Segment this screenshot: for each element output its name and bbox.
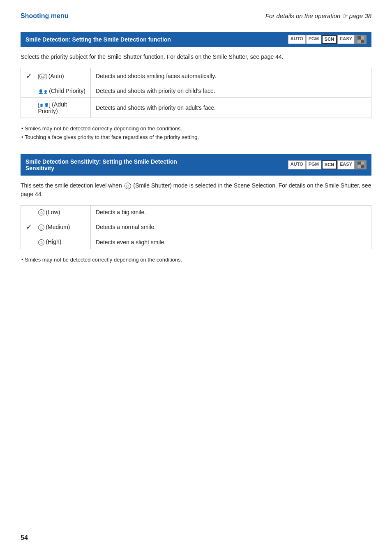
table-row: ✓ [☺] (Auto) Detects and shoots smiling … <box>21 68 371 84</box>
section2-description: This sets the smile detection level when… <box>21 181 371 199</box>
badge-auto: AUTO <box>288 35 306 44</box>
table-row: [ 👤👤 ] (Adult Priority) Detects and shoo… <box>21 98 371 118</box>
desc-cell: Detects a normal smile. <box>91 219 371 235</box>
badge-scn: SCN <box>322 35 337 44</box>
high-smile-icon: ☺ <box>38 239 44 245</box>
smile-shutter-icon: ☺ <box>125 183 131 189</box>
page-header: Shooting menu For details on the operati… <box>21 12 371 20</box>
check-cell <box>21 84 33 98</box>
check-cell <box>21 98 33 118</box>
icon-cell: 👤👤 (Child Priority) <box>33 84 91 98</box>
note-item: • Smiles may not be detected correctly d… <box>21 125 371 133</box>
page-number: 54 <box>21 534 28 542</box>
icon-cell: ☺ (Medium) <box>33 219 91 235</box>
medium-smile-icon: ☺ <box>38 225 44 231</box>
icon-cell: [ 👤👤 ] (Adult Priority) <box>33 98 91 118</box>
section1-notes: • Smiles may not be detected correctly d… <box>21 125 371 142</box>
section2-badges: AUTO PGM SCN EASY <box>288 160 367 169</box>
desc-cell: Detects a big smile. <box>91 205 371 219</box>
badge-easy: EASY <box>337 160 355 169</box>
child-priority-icon: 👤👤 <box>38 88 49 94</box>
table-row: 👤👤 (Child Priority) Detects and shoots w… <box>21 84 371 98</box>
section2-title-block: Smile Detection Sensitivity: Setting the… <box>25 158 177 171</box>
table-row: ✓ ☺ (Medium) Detects a normal smile. <box>21 219 371 235</box>
desc-cell: Detects and shoots with priority on chil… <box>91 84 371 98</box>
section1-header: Smile Detection: Setting the Smile Detec… <box>21 32 371 47</box>
badge-scn: SCN <box>322 160 337 169</box>
section2-table: ☺ (Low) Detects a big smile. ✓ ☺ (Medium… <box>21 205 371 250</box>
check-cell <box>21 205 33 219</box>
note-item: • Touching a face gives priority to that… <box>21 133 371 142</box>
section1-table: ✓ [☺] (Auto) Detects and shoots smiling … <box>21 68 371 118</box>
badge-pgm: PGM <box>306 35 321 44</box>
note-item: • Smiles may not be detected correctly d… <box>21 256 371 264</box>
section1-description: Selects the priority subject for the Smi… <box>21 53 371 61</box>
badge-auto: AUTO <box>288 160 306 169</box>
auto-face-icon: [☺] <box>38 73 47 79</box>
badge-pgm: PGM <box>306 160 321 169</box>
section2-title-line1: Smile Detection Sensitivity: Setting the… <box>25 158 177 165</box>
section2-header: Smile Detection Sensitivity: Setting the… <box>21 154 371 176</box>
desc-cell: Detects even a slight smile. <box>91 235 371 249</box>
table-row: ☺ (Low) Detects a big smile. <box>21 205 371 219</box>
shooting-menu-title: Shooting menu <box>21 12 68 20</box>
desc-cell: Detects and shoots smiling faces automat… <box>91 68 371 84</box>
for-details-text: For details on the operation ☞ page 38 <box>265 12 371 20</box>
low-smile-icon: ☺ <box>38 209 44 215</box>
desc-cell: Detects and shoots with priority on adul… <box>91 98 371 118</box>
icon-cell: ☺ (High) <box>33 235 91 249</box>
table-row: ☺ (High) Detects even a slight smile. <box>21 235 371 249</box>
check-cell: ✓ <box>21 68 33 84</box>
badge-movie <box>355 35 367 44</box>
section1-title: Smile Detection: Setting the Smile Detec… <box>25 36 171 43</box>
adult-priority-icon: [ 👤👤 ] <box>38 102 52 108</box>
badge-easy: EASY <box>337 35 355 44</box>
section2-notes: • Smiles may not be detected correctly d… <box>21 256 371 264</box>
icon-cell: ☺ (Low) <box>33 205 91 219</box>
section1-badges: AUTO PGM SCN EASY <box>288 35 367 44</box>
check-cell <box>21 235 33 249</box>
icon-cell: [☺] (Auto) <box>33 68 91 84</box>
section2-title-line2: Sensitivity <box>25 165 177 171</box>
check-cell: ✓ <box>21 219 33 235</box>
badge-movie <box>355 160 367 169</box>
